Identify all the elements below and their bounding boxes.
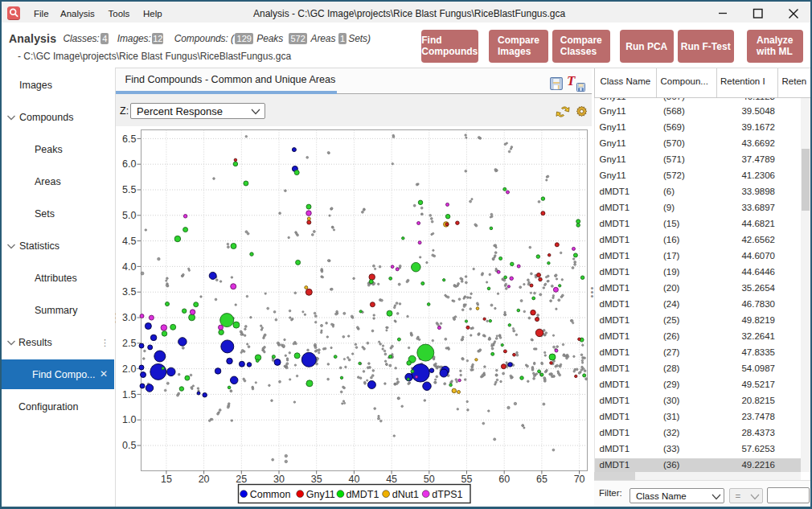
- svg-text:2.5: 2.5: [122, 338, 136, 349]
- svg-text:6.0: 6.0: [122, 158, 136, 170]
- svg-text:15: 15: [161, 474, 172, 485]
- svg-text:70: 70: [574, 474, 585, 485]
- svg-text:20: 20: [199, 474, 210, 485]
- svg-text:2.0: 2.0: [122, 363, 136, 375]
- svg-text:25: 25: [236, 474, 247, 485]
- svg-text:dNut1: dNut1: [392, 489, 419, 500]
- svg-text:3.0: 3.0: [122, 312, 136, 323]
- svg-text:35: 35: [311, 474, 322, 485]
- svg-text:30: 30: [273, 474, 285, 485]
- svg-text:0.5: 0.5: [122, 440, 136, 451]
- svg-text:3.5: 3.5: [122, 286, 136, 298]
- svg-text:40: 40: [348, 474, 359, 485]
- svg-text:65: 65: [536, 474, 547, 485]
- svg-text:dTPS1: dTPS1: [432, 489, 462, 500]
- svg-text:6.5: 6.5: [122, 133, 136, 145]
- svg-text:45: 45: [386, 474, 397, 485]
- svg-text:5.0: 5.0: [122, 210, 136, 221]
- svg-text:dMDT1: dMDT1: [346, 489, 379, 500]
- svg-text:Common: Common: [250, 489, 291, 500]
- svg-text:Gny11: Gny11: [306, 489, 335, 500]
- svg-text:4.5: 4.5: [122, 236, 136, 247]
- svg-text:1.5: 1.5: [122, 389, 136, 400]
- svg-text:50: 50: [424, 474, 435, 485]
- svg-text:60: 60: [498, 474, 510, 485]
- svg-text:1.0: 1.0: [122, 414, 136, 425]
- svg-text:55: 55: [461, 474, 473, 485]
- svg-text:5.5: 5.5: [122, 184, 136, 195]
- svg-text:4.0: 4.0: [122, 261, 136, 273]
